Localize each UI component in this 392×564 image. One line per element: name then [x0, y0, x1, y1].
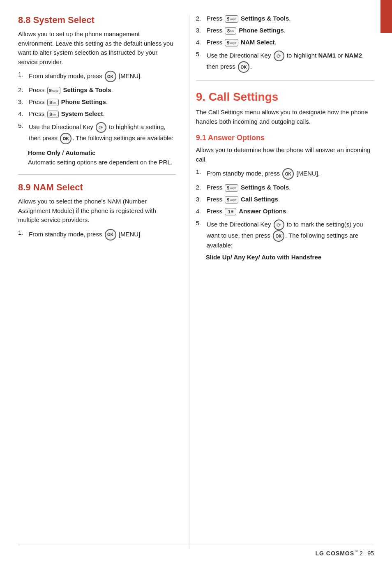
- section-8-8-title: 8.8 System Select: [18, 15, 176, 25]
- left-column: 8.8 System Select Allows you to set up t…: [18, 15, 189, 549]
- step-9-1-4: 4. Press 1☰ Answer Options.: [196, 208, 374, 215]
- step-9-1-3: 3. Press 9wxyz Call Settings.: [196, 196, 374, 203]
- step-content: Press 8tuv Phone Settings.: [207, 27, 374, 35]
- step-num: 5.: [18, 122, 29, 129]
- key-8tuv-2: 8tuv: [47, 111, 59, 118]
- key-9wxyz-9-1-3: 9wxyz: [225, 196, 238, 203]
- tab-marker: [380, 0, 392, 33]
- brand-name: LG COSMOS: [316, 550, 355, 557]
- step-num: 3.: [196, 196, 207, 203]
- section-9-desc: The Call Settings menu allows you to des…: [196, 108, 374, 126]
- directional-key-icon-r: ⟳: [274, 51, 284, 61]
- step-8-8-1: 1. From standby mode, press OK [MENU].: [18, 71, 176, 82]
- section-8-9-desc: Allows you to select the phone's NAM (Nu…: [18, 197, 176, 225]
- step-num: 1.: [18, 229, 29, 236]
- step-content: Press 9wxyz Settings & Tools.: [207, 15, 374, 23]
- step-8-9-5: 5. Use the Directional Key ⟳ to highligh…: [196, 51, 374, 73]
- key-9wxyz-r2: 9wxyz: [225, 15, 238, 23]
- step-content: From standby mode, press OK [MENU].: [29, 71, 176, 82]
- section-8-9-title: 8.9 NAM Select: [18, 182, 176, 193]
- step-8-8-3: 3. Press 8tuv Phone Settings.: [18, 98, 176, 106]
- step-num: 4.: [196, 39, 207, 46]
- trademark: ™: [354, 550, 358, 554]
- step-content: Press 8tuv System Select.: [29, 110, 176, 118]
- ok-key-icon-9-1-5: OK: [273, 230, 284, 242]
- step-9-1-5: 5. Use the Directional Key ⟳ to to mark …: [196, 220, 374, 249]
- key-9wxyz: 9wxyz: [47, 87, 61, 94]
- ok-key-icon-2: OK: [60, 133, 71, 144]
- ok-key-icon: OK: [105, 71, 116, 82]
- step-8-8-2: 2. Press 9wxyz Settings & Tools.: [18, 86, 176, 94]
- home-only-desc: Automatic setting options are dependent …: [28, 159, 173, 166]
- page-number: 95: [367, 550, 374, 557]
- step-num: 1.: [196, 168, 207, 175]
- ok-key-icon-3: OK: [105, 229, 116, 240]
- step-num: 4.: [196, 208, 207, 215]
- key-9wxyz-r4: 9wxyz: [225, 39, 238, 46]
- step-content: From standby mode, press OK [MENU].: [207, 168, 374, 180]
- key-8tuv: 8tuv: [47, 99, 59, 106]
- step-num: 5.: [196, 220, 207, 227]
- step-content: Use the Directional Key ⟳ to to mark the…: [207, 220, 374, 249]
- step-8-8-4: 4. Press 8tuv System Select.: [18, 110, 176, 118]
- section-8-8-desc: Allows you to set up the phone managemen…: [18, 30, 176, 67]
- step-num: 3.: [18, 98, 29, 105]
- step-9-1-1: 1. From standby mode, press OK [MENU].: [196, 168, 374, 180]
- step-content: Press 9wxyz Settings & Tools.: [207, 184, 374, 192]
- system-select-options: Home Only / Automatic Automatic setting …: [28, 148, 176, 167]
- section-9-1-title: 9.1 Answer Options: [196, 134, 374, 142]
- directional-key-icon: ⟳: [96, 122, 106, 133]
- step-8-8-5: 5. Use the Directional Key ⟳ to highligh…: [18, 122, 176, 144]
- footer: LG COSMOS™ 2 95: [316, 550, 374, 557]
- step-content: Press 9wxyz NAM Select.: [207, 39, 374, 46]
- section-divider-r: [196, 80, 374, 81]
- home-only-label: Home Only / Automatic: [28, 149, 95, 156]
- right-column: 2. Press 9wxyz Settings & Tools. 3. Pres…: [189, 15, 374, 549]
- step-num: 5.: [196, 51, 207, 58]
- model-number: 2: [360, 550, 363, 557]
- step-content: Use the Directional Key ⟳ to highlight N…: [207, 51, 374, 73]
- step-8-9-4: 4. Press 9wxyz NAM Select.: [196, 39, 374, 46]
- step-num: 2.: [196, 15, 207, 22]
- step-8-9-2: 2. Press 9wxyz Settings & Tools.: [196, 15, 374, 23]
- step-num: 1.: [18, 71, 29, 78]
- key-9wxyz-9-1-2: 9wxyz: [225, 184, 238, 192]
- slide-up-label: Slide Up/ Any Key/ Auto with Handsfree: [206, 254, 321, 261]
- answer-options-list: Slide Up/ Any Key/ Auto with Handsfree: [206, 253, 374, 262]
- step-num: 4.: [18, 110, 29, 117]
- footer-hr: [18, 545, 374, 545]
- section-divider: [18, 174, 176, 175]
- key-1-9-1-4: 1☰: [225, 208, 236, 215]
- section-9-1-desc: Allows you to determine how the phone wi…: [196, 146, 374, 164]
- step-content: Press 9wxyz Settings & Tools.: [29, 86, 176, 94]
- step-content: Press 1☰ Answer Options.: [207, 208, 374, 215]
- step-num: 2.: [18, 86, 29, 93]
- step-9-1-2: 2. Press 9wxyz Settings & Tools.: [196, 184, 374, 192]
- key-8tuv-r3: 8tuv: [225, 27, 236, 35]
- directional-key-icon-9-1: ⟳: [274, 220, 284, 230]
- step-8-9-1: 1. From standby mode, press OK [MENU].: [18, 229, 176, 240]
- step-num: 2.: [196, 184, 207, 191]
- step-content: From standby mode, press OK [MENU].: [29, 229, 176, 240]
- step-8-9-3: 3. Press 8tuv Phone Settings.: [196, 27, 374, 35]
- ok-key-icon-r5: OK: [238, 61, 249, 73]
- step-num: 3.: [196, 27, 207, 34]
- ok-key-icon-9-1: OK: [282, 168, 294, 180]
- step-content: Press 9wxyz Call Settings.: [207, 196, 374, 203]
- step-content: Press 8tuv Phone Settings.: [29, 98, 176, 106]
- section-9-title: 9. Call Settings: [196, 90, 374, 104]
- step-content: Use the Directional Key ⟳ to highlight a…: [29, 122, 176, 144]
